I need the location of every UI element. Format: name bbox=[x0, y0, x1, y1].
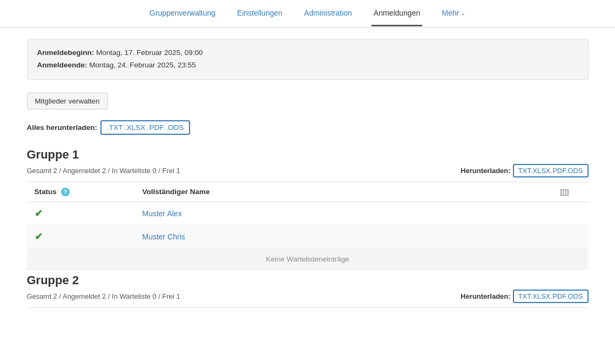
header-status-label: Status bbox=[35, 188, 57, 196]
user-link[interactable]: Muster Chris bbox=[143, 232, 185, 241]
gruppe1-download-label: Herunterladen: bbox=[461, 167, 510, 175]
gruppe2-meta-text: Gesamt 2 / Angemeldet 2 / In Warteliste … bbox=[27, 292, 180, 300]
registration-info-box: Anmeldebeginn: Montag, 17. Februar 2025,… bbox=[27, 39, 589, 80]
nav-item-anmeldungen[interactable]: Anmeldungen bbox=[371, 1, 422, 26]
gruppe2-section: Gruppe 2 Gesamt 2 / Angemeldet 2 / In Wa… bbox=[27, 273, 589, 308]
nav-item-administration[interactable]: Administration bbox=[302, 1, 354, 26]
status-checkmark: ✔ bbox=[35, 208, 43, 219]
mitglieder-verwalten-button[interactable]: Mitglieder verwalten bbox=[27, 93, 108, 109]
gruppe2-title: Gruppe 2 bbox=[27, 273, 589, 287]
anmeldebeginn-value: Montag, 17. Februar 2025, 09:00 bbox=[96, 49, 202, 57]
table-row: ✔ Muster Alex bbox=[27, 202, 589, 225]
gruppe1-download-section: Herunterladen: TXT.XLSX.PDF.ODS bbox=[461, 164, 588, 177]
gruppe2-download-formats[interactable]: TXT.XLSX.PDF.ODS bbox=[513, 290, 589, 303]
nav-item-einstellungen[interactable]: Einstellungen bbox=[235, 1, 285, 26]
gruppe1-download-formats[interactable]: TXT.XLSX.PDF.ODS bbox=[513, 164, 589, 177]
status-help-icon[interactable]: ? bbox=[61, 188, 70, 196]
waitlist-empty-message: Keine Wartelisteneinträge bbox=[27, 249, 589, 270]
chevron-down-icon: ⌄ bbox=[461, 10, 465, 17]
download-all-label: Alles herunterladen: bbox=[27, 123, 98, 132]
anmeldebeginn-label: Anmeldebeginn: bbox=[37, 49, 94, 57]
main-content: Anmeldebeginn: Montag, 17. Februar 2025,… bbox=[11, 28, 605, 319]
nav-item-mehr[interactable]: Mehr ⌄ bbox=[440, 1, 468, 26]
download-all-section: Alles herunterladen: .TXT .XLSX .PDF .OD… bbox=[27, 120, 589, 135]
gruppe2-download-section: Herunterladen: TXT.XLSX.PDF.ODS bbox=[461, 290, 588, 303]
anmeldeende-value: Montag, 24. Februar 2025, 23:55 bbox=[89, 61, 195, 69]
anmeldeende-label: Anmeldeende: bbox=[37, 61, 87, 69]
gruppe1-section: Gruppe 1 Gesamt 2 / Angemeldet 2 / In Wa… bbox=[27, 148, 589, 270]
gruppe1-table-header: Status ? Vollständiger Name [[]] bbox=[27, 182, 589, 202]
user-link[interactable]: Muster Alex bbox=[143, 209, 182, 218]
table-row: ✔ Muster Chris bbox=[27, 225, 589, 249]
header-name-label: Vollständiger Name bbox=[143, 188, 549, 196]
gruppe1-meta-text: Gesamt 2 / Angemeldet 2 / In Warteliste … bbox=[27, 167, 180, 175]
gruppe1-title: Gruppe 1 bbox=[27, 148, 589, 162]
gruppe2-meta-row: Gesamt 2 / Angemeldet 2 / In Warteliste … bbox=[27, 290, 589, 308]
nav-item-gruppenverwaltung[interactable]: Gruppenverwaltung bbox=[147, 1, 218, 26]
download-all-formats[interactable]: .TXT .XLSX .PDF .ODS bbox=[100, 120, 190, 135]
status-checkmark: ✔ bbox=[35, 231, 43, 243]
sort-icon[interactable]: [[]] bbox=[560, 188, 569, 196]
mehr-label: Mehr bbox=[442, 9, 459, 17]
gruppe1-meta-row: Gesamt 2 / Angemeldet 2 / In Warteliste … bbox=[27, 164, 589, 182]
gruppe2-download-label: Herunterladen: bbox=[461, 292, 510, 300]
main-navigation: Gruppenverwaltung Einstellungen Administ… bbox=[0, 0, 615, 28]
